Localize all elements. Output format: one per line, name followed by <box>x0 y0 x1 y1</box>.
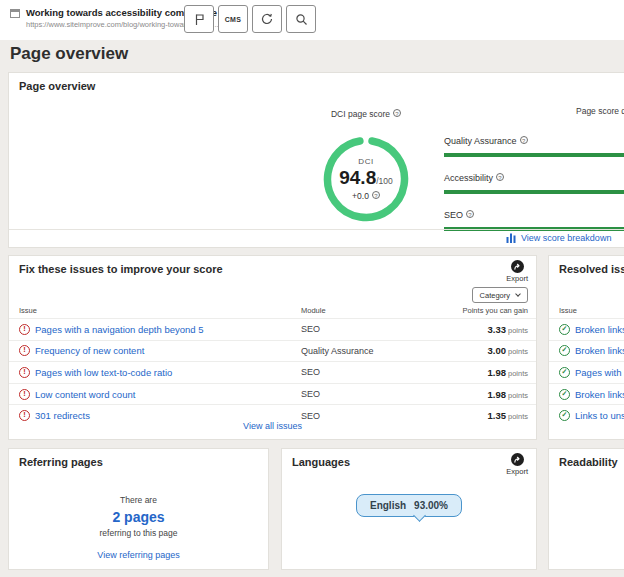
referring-line1: There are <box>9 495 268 505</box>
table-row: Broken links on level <box>549 383 624 405</box>
referring-count-link[interactable]: 2 pages <box>9 509 268 525</box>
flag-icon <box>193 13 206 26</box>
table-row: Links to unsafe domains <box>549 404 624 426</box>
issue-module: SEO <box>301 324 320 334</box>
category-dropdown[interactable]: Category <box>472 287 528 303</box>
divider <box>9 229 624 230</box>
resolved-issues-card: Resolved issues Issue Broken links (over… <box>548 255 624 440</box>
issue-link[interactable]: Pages with low text-to-code ratio <box>35 367 172 378</box>
search-button[interactable] <box>286 5 316 33</box>
overview-card-title: Page overview <box>19 80 95 92</box>
tooltip-tail <box>413 509 426 522</box>
page-icon <box>10 9 20 18</box>
toolbar: Working towards accessibility compliance… <box>0 0 624 40</box>
page-overview-card: Page overview DCI page score DCI 94.8/10… <box>8 72 624 248</box>
issue-points: 1.98 <box>487 367 506 378</box>
table-row: Pages with slow load time <box>549 361 624 383</box>
points-suffix: points <box>508 369 528 378</box>
info-icon[interactable] <box>393 109 401 117</box>
issue-link[interactable]: Frequency of new content <box>35 345 144 356</box>
dci-score-delta: +0.0 <box>352 191 369 201</box>
resolved-issue-link[interactable]: Broken links at page level <box>575 345 624 356</box>
fix-issues-card: Fix these issues to improve your score E… <box>8 255 537 440</box>
info-icon[interactable] <box>520 136 528 144</box>
language-name: English <box>370 500 406 511</box>
cms-button-label: CMS <box>225 16 241 23</box>
resolved-issue-link[interactable]: Pages with slow load time <box>575 367 624 378</box>
metric-label: Quality Assurance <box>444 136 517 146</box>
points-suffix: points <box>508 391 528 400</box>
table-row: Frequency of new content Quality Assuran… <box>9 340 536 362</box>
issue-points: 3.33 <box>487 324 506 335</box>
referring-pages-title: Referring pages <box>19 456 103 468</box>
check-circle-icon <box>559 410 570 421</box>
issue-module: SEO <box>301 389 320 399</box>
issue-module: SEO <box>301 367 320 377</box>
issues-table: Pages with a navigation depth beyond 5 S… <box>9 318 536 426</box>
metric-label: Accessibility <box>444 173 493 183</box>
languages-title: Languages <box>292 456 350 468</box>
resolved-table: Broken links (overall) Broken links at p… <box>549 318 624 426</box>
dci-gauge: DCI 94.8/100 +0.0 <box>323 136 409 222</box>
language-tooltip: English93.00% <box>356 494 462 517</box>
points-suffix: points <box>508 326 528 335</box>
refresh-button[interactable] <box>252 5 282 33</box>
gauge-acronym: DCI <box>358 157 373 166</box>
table-row: Pages with a navigation depth beyond 5 S… <box>9 318 536 340</box>
score-development-title: Page score development <box>576 106 624 116</box>
export-icon <box>511 260 524 273</box>
points-suffix: points <box>508 347 528 356</box>
export-icon <box>511 453 524 466</box>
view-referring-pages-link[interactable]: View referring pages <box>97 550 179 560</box>
export-button[interactable]: Export <box>506 453 528 476</box>
readability-title: Readability <box>559 456 618 468</box>
metric-accessibility: Accessibility <box>444 167 624 194</box>
column-header-module: Module <box>301 306 326 315</box>
metric-seo: SEO <box>444 204 624 231</box>
error-circle-icon <box>19 345 30 356</box>
view-score-breakdown-link[interactable]: View score breakdown <box>521 233 611 243</box>
issue-points: 1.98 <box>487 389 506 400</box>
check-circle-icon <box>559 389 570 400</box>
table-row: Low content word count SEO 1.98points <box>9 383 536 405</box>
check-circle-icon <box>559 367 570 378</box>
dci-gauge-section: DCI page score DCI 94.8/100 +0.0 <box>291 109 441 222</box>
fix-issues-title: Fix these issues to improve your score <box>19 263 223 275</box>
page-title: Page overview <box>10 44 128 64</box>
export-label: Export <box>506 274 528 283</box>
referring-line2: referring to this page <box>9 528 268 538</box>
dci-gauge-label: DCI page score <box>331 109 390 119</box>
info-icon[interactable] <box>372 191 380 199</box>
resolved-issue-link[interactable]: Links to unsafe domains <box>575 410 624 421</box>
metric-bar <box>444 153 624 157</box>
metric-label: SEO <box>444 210 463 220</box>
info-icon[interactable] <box>496 173 504 181</box>
error-circle-icon <box>19 389 30 400</box>
view-all-issues-link[interactable]: View all issues <box>243 421 302 431</box>
column-header-points: Points you can gain <box>463 306 528 315</box>
issue-link[interactable]: Low content word count <box>35 389 135 400</box>
column-header-issue: Issue <box>559 306 577 315</box>
page-overview-dashboard: Working towards accessibility compliance… <box>0 0 624 577</box>
info-icon[interactable] <box>466 210 474 218</box>
search-icon <box>295 13 308 26</box>
metric-quality-assurance: Quality Assurance <box>444 130 624 157</box>
issue-link[interactable]: Pages with a navigation depth beyond 5 <box>35 324 204 335</box>
error-circle-icon <box>19 367 30 378</box>
category-dropdown-label: Category <box>480 291 510 300</box>
export-button[interactable]: Export <box>506 260 528 283</box>
table-row: Pages with low text-to-code ratio SEO 1.… <box>9 361 536 383</box>
table-row: Broken links (overall) <box>549 318 624 340</box>
refresh-icon <box>260 12 274 26</box>
resolved-issues-title: Resolved issues <box>559 263 624 275</box>
metric-bar <box>444 190 624 194</box>
issue-module: Quality Assurance <box>301 346 374 356</box>
resolved-issue-link[interactable]: Broken links on level <box>575 389 624 400</box>
bar-chart-icon <box>506 233 517 243</box>
languages-card: Languages Export English93.00% <box>281 448 537 570</box>
cms-button[interactable]: CMS <box>218 5 248 33</box>
resolved-issue-link[interactable]: Broken links (overall) <box>575 324 624 335</box>
error-circle-icon <box>19 324 30 335</box>
dci-score-max: /100 <box>376 176 393 186</box>
flag-page-button[interactable] <box>184 5 214 33</box>
